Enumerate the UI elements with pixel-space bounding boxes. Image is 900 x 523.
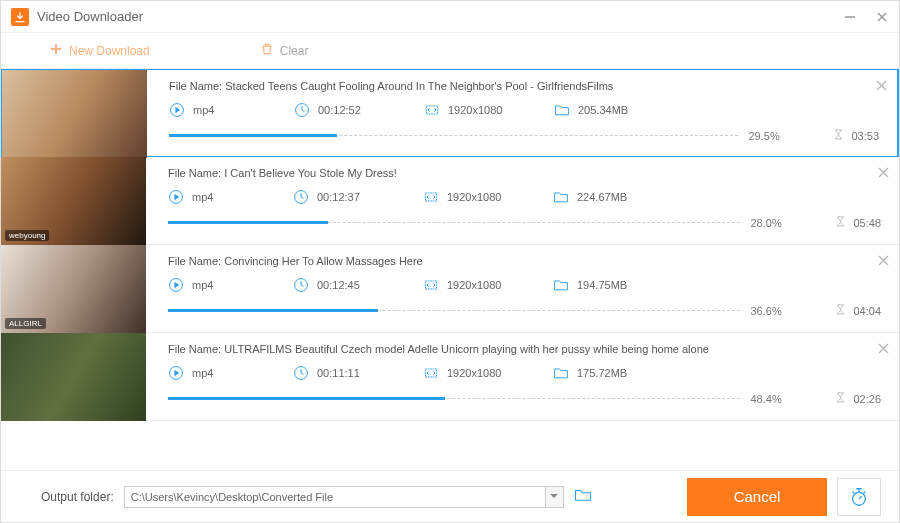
new-download-button[interactable]: New Download — [49, 42, 150, 59]
download-item[interactable]: File Name: Stacked Teens Caught Fooling … — [1, 69, 899, 157]
folder-icon — [554, 102, 570, 118]
browse-folder-button[interactable] — [574, 488, 592, 505]
cancel-button[interactable]: Cancel — [687, 478, 827, 516]
remove-item-button[interactable] — [876, 78, 887, 94]
file-name: File Name: I Can't Believe You Stole My … — [168, 167, 881, 179]
size-meta: 194.75MB — [553, 277, 673, 293]
progress-bar — [168, 309, 740, 312]
resolution-meta: 1920x1080 — [423, 277, 553, 293]
progress-percent: 29.5% — [748, 130, 792, 142]
remove-item-button[interactable] — [878, 341, 889, 357]
svg-marker-26 — [174, 370, 179, 376]
format-meta: mp4 — [168, 189, 293, 205]
item-body: File Name: Stacked Teens Caught Fooling … — [147, 70, 898, 156]
download-item[interactable]: ALLGIRL File Name: Convincing Her To All… — [1, 245, 899, 333]
item-body: File Name: I Can't Believe You Stole My … — [146, 157, 899, 244]
svg-marker-8 — [175, 107, 180, 113]
output-folder-dropdown[interactable] — [545, 487, 563, 507]
time-remaining: 02:26 — [834, 391, 881, 406]
remove-item-button[interactable] — [878, 253, 889, 269]
clear-label: Clear — [280, 44, 309, 58]
toolbar: New Download Clear — [1, 33, 899, 69]
file-name: File Name: Convincing Her To Allow Massa… — [168, 255, 881, 267]
resolution-icon — [424, 102, 440, 118]
trash-icon — [260, 42, 274, 59]
duration-meta: 00:11:11 — [293, 365, 423, 381]
app-window: Video Downloader New Download Clear — [0, 0, 900, 523]
remove-item-button[interactable] — [878, 165, 889, 181]
progress-percent: 28.0% — [750, 217, 794, 229]
meta-row: mp4 00:11:11 1920x1080 175.72MB — [168, 365, 881, 381]
svg-marker-20 — [174, 282, 179, 288]
titlebar: Video Downloader — [1, 1, 899, 33]
plus-icon — [49, 42, 63, 59]
play-circle-icon — [168, 277, 184, 293]
progress-row: 28.0% 05:48 — [168, 215, 881, 230]
resolution-icon — [423, 277, 439, 293]
download-list: File Name: Stacked Teens Caught Fooling … — [1, 69, 899, 470]
thumbnail: ALLGIRL — [1, 245, 146, 333]
thumbnail: webyoung — [1, 157, 146, 245]
item-body: File Name: ULTRAFILMS Beautiful Czech mo… — [146, 333, 899, 420]
hourglass-icon — [834, 391, 847, 406]
format-meta: mp4 — [168, 277, 293, 293]
progress-row: 29.5% 03:53 — [169, 128, 879, 143]
new-download-label: New Download — [69, 44, 150, 58]
format-meta: mp4 — [168, 365, 293, 381]
folder-icon — [553, 189, 569, 205]
meta-row: mp4 00:12:37 1920x1080 224.67MB — [168, 189, 881, 205]
resolution-meta: 1920x1080 — [424, 102, 554, 118]
clock-icon — [293, 365, 309, 381]
progress-bar — [168, 397, 740, 400]
thumb-source-tag: webyoung — [5, 230, 49, 241]
size-meta: 224.67MB — [553, 189, 673, 205]
output-folder-input[interactable]: C:\Users\Kevincy\Desktop\Converted File — [124, 486, 564, 508]
resolution-meta: 1920x1080 — [423, 189, 553, 205]
folder-icon — [553, 365, 569, 381]
footer: Output folder: C:\Users\Kevincy\Desktop\… — [1, 470, 899, 522]
resolution-meta: 1920x1080 — [423, 365, 553, 381]
hourglass-icon — [834, 303, 847, 318]
window-controls — [843, 10, 889, 24]
clear-button[interactable]: Clear — [260, 42, 309, 59]
output-folder-label: Output folder: — [41, 490, 114, 504]
thumbnail — [2, 70, 147, 158]
schedule-button[interactable] — [837, 478, 881, 516]
progress-row: 48.4% 02:26 — [168, 391, 881, 406]
thumb-source-tag: ALLGIRL — [5, 318, 46, 329]
download-item[interactable]: webyoung File Name: I Can't Believe You … — [1, 157, 899, 245]
format-meta: mp4 — [169, 102, 294, 118]
play-circle-icon — [168, 365, 184, 381]
progress-row: 36.6% 04:04 — [168, 303, 881, 318]
hourglass-icon — [834, 215, 847, 230]
window-title: Video Downloader — [37, 9, 143, 24]
download-item[interactable]: File Name: ULTRAFILMS Beautiful Czech mo… — [1, 333, 899, 421]
item-body: File Name: Convincing Her To Allow Massa… — [146, 245, 899, 332]
play-circle-icon — [169, 102, 185, 118]
clock-icon — [293, 277, 309, 293]
close-button[interactable] — [875, 10, 889, 24]
output-folder-path: C:\Users\Kevincy\Desktop\Converted File — [125, 491, 545, 503]
clock-icon — [294, 102, 310, 118]
thumbnail — [1, 333, 146, 421]
meta-row: mp4 00:12:52 1920x1080 205.34MB — [169, 102, 879, 118]
progress-percent: 36.6% — [750, 305, 794, 317]
duration-meta: 00:12:52 — [294, 102, 424, 118]
time-remaining: 05:48 — [834, 215, 881, 230]
size-meta: 175.72MB — [553, 365, 673, 381]
clock-icon — [293, 189, 309, 205]
progress-bar — [169, 134, 738, 137]
duration-meta: 00:12:37 — [293, 189, 423, 205]
folder-icon — [553, 277, 569, 293]
play-circle-icon — [168, 189, 184, 205]
progress-bar — [168, 221, 740, 224]
minimize-button[interactable] — [843, 10, 857, 24]
hourglass-icon — [832, 128, 845, 143]
progress-percent: 48.4% — [750, 393, 794, 405]
resolution-icon — [423, 189, 439, 205]
file-name: File Name: Stacked Teens Caught Fooling … — [169, 80, 879, 92]
app-icon — [11, 8, 29, 26]
time-remaining: 04:04 — [834, 303, 881, 318]
file-name: File Name: ULTRAFILMS Beautiful Czech mo… — [168, 343, 881, 355]
time-remaining: 03:53 — [832, 128, 879, 143]
